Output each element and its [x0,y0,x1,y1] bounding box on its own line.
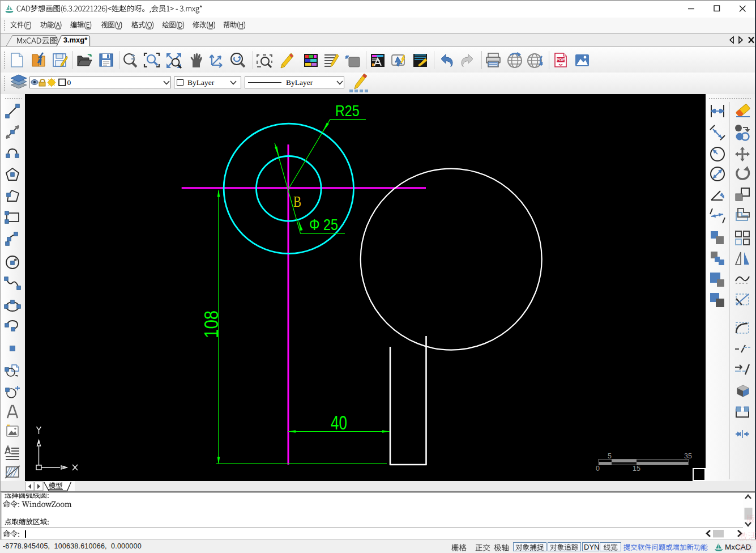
svg-text:40: 40 [331,411,347,434]
svg-text:Φ 25: Φ 25 [309,216,338,233]
svg-text:R25: R25 [335,102,360,119]
svg-text:108: 108 [199,310,222,338]
svg-text:15: 15 [633,465,640,473]
svg-text:5: 5 [608,452,612,460]
svg-text:PDF: PDF [557,57,565,62]
svg-text:B: B [293,193,301,210]
svg-text:0: 0 [596,465,600,473]
svg-text:35: 35 [684,452,692,460]
